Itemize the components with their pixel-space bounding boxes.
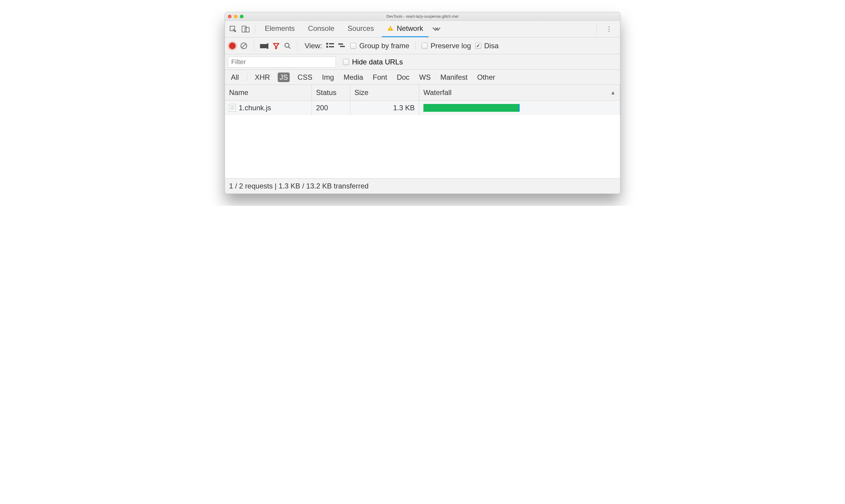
preserve-log-label: Preserve log (430, 42, 471, 50)
tab-elements[interactable]: Elements (259, 21, 300, 37)
zoom-window-icon[interactable] (240, 15, 244, 18)
svg-marker-8 (267, 43, 268, 49)
svg-rect-16 (340, 46, 345, 47)
group-by-frame-label: Group by frame (359, 42, 409, 50)
cell-name-text: 1.chunk.js (239, 104, 271, 112)
file-icon (229, 104, 236, 112)
capture-screenshots-icon[interactable] (260, 43, 268, 49)
network-toolbar: View: Group by frame Preserve log Disa (225, 37, 620, 54)
svg-rect-15 (338, 43, 343, 44)
device-toolbar-icon[interactable] (241, 24, 251, 34)
svg-rect-2 (245, 28, 249, 32)
window-title: DevTools - react-lazy-suspense.glitch.me… (225, 14, 620, 19)
inspect-element-icon[interactable] (228, 24, 238, 34)
col-waterfall[interactable]: Waterfall▲ (419, 85, 620, 101)
large-rows-icon[interactable] (326, 43, 334, 49)
svg-rect-1 (242, 26, 246, 32)
tab-console-label: Console (308, 24, 334, 33)
divider (247, 73, 247, 81)
overview-icon[interactable] (338, 43, 346, 49)
minimize-window-icon[interactable] (234, 15, 237, 18)
titlebar: DevTools - react-lazy-suspense.glitch.me… (225, 12, 620, 21)
view-label: View: (305, 42, 322, 50)
svg-rect-4 (390, 30, 391, 30)
type-js[interactable]: JS (278, 73, 290, 82)
svg-rect-13 (326, 46, 328, 48)
more-tabs-icon[interactable] (431, 24, 441, 34)
svg-rect-12 (329, 43, 334, 44)
type-img[interactable]: Img (320, 73, 336, 82)
close-window-icon[interactable] (228, 15, 231, 18)
group-by-frame-option[interactable]: Group by frame (350, 42, 409, 50)
hide-data-urls-label: Hide data URLs (352, 58, 403, 66)
cell-status[interactable]: 200 (312, 101, 350, 115)
svg-rect-11 (326, 43, 328, 44)
svg-rect-3 (390, 27, 391, 29)
cell-waterfall[interactable] (419, 101, 620, 115)
col-size[interactable]: Size (350, 85, 419, 101)
disable-cache-option[interactable]: Disa (475, 42, 499, 50)
divider (254, 41, 254, 50)
type-ws[interactable]: WS (417, 73, 433, 82)
filter-icon[interactable] (272, 42, 280, 50)
search-icon[interactable] (284, 42, 291, 50)
tab-elements-label: Elements (265, 24, 295, 33)
summary-text: 1 / 2 requests | 1.3 KB / 13.2 KB transf… (229, 182, 369, 190)
filter-input[interactable] (228, 57, 336, 68)
type-all[interactable]: All (229, 73, 241, 82)
disable-cache-label: Disa (484, 42, 499, 50)
tab-network-label: Network (397, 24, 423, 33)
requests-table: Name Status Size Waterfall▲ 1.chunk.js 2… (225, 85, 620, 179)
type-other[interactable]: Other (475, 73, 497, 82)
filter-row: Hide data URLs (225, 54, 620, 70)
panel-tabs: Elements Console Sources Network ⋮ (225, 21, 620, 37)
hide-data-urls-option[interactable]: Hide data URLs (343, 58, 403, 66)
tab-sources[interactable]: Sources (342, 21, 379, 37)
type-css[interactable]: CSS (296, 73, 314, 82)
tab-console[interactable]: Console (302, 21, 340, 37)
requests-body: 1.chunk.js 200 1.3 KB (225, 101, 620, 179)
tab-sources-label: Sources (348, 24, 374, 33)
tab-network[interactable]: Network (382, 21, 428, 37)
clear-icon[interactable] (240, 42, 248, 50)
checkbox-icon[interactable] (475, 43, 481, 49)
divider (415, 41, 416, 50)
type-filter-row: All XHR JS CSS Img Media Font Doc WS Man… (225, 70, 620, 85)
col-name[interactable]: Name (225, 85, 312, 101)
type-manifest[interactable]: Manifest (439, 73, 470, 82)
divider (596, 24, 597, 34)
type-xhr[interactable]: XHR (253, 73, 272, 82)
type-font[interactable]: Font (371, 73, 389, 82)
col-status[interactable]: Status (312, 85, 350, 101)
warning-icon (387, 25, 394, 32)
type-media[interactable]: Media (342, 73, 365, 82)
settings-menu-icon[interactable]: ⋮ (601, 25, 617, 33)
svg-rect-14 (329, 46, 334, 47)
record-button[interactable] (229, 42, 236, 49)
checkbox-icon[interactable] (350, 43, 356, 49)
preserve-log-option[interactable]: Preserve log (422, 42, 471, 50)
sort-asc-icon: ▲ (610, 90, 616, 96)
svg-line-6 (241, 43, 246, 48)
summary-bar: 1 / 2 requests | 1.3 KB / 13.2 KB transf… (225, 179, 620, 194)
divider (255, 24, 255, 34)
svg-line-10 (288, 47, 290, 49)
checkbox-icon[interactable] (343, 59, 349, 65)
cell-size[interactable]: 1.3 KB (350, 101, 419, 115)
svg-rect-7 (260, 44, 267, 48)
checkbox-icon[interactable] (422, 43, 428, 49)
svg-point-9 (285, 43, 289, 47)
devtools-window: DevTools - react-lazy-suspense.glitch.me… (225, 12, 620, 194)
waterfall-bar (423, 104, 520, 112)
type-doc[interactable]: Doc (395, 73, 411, 82)
cell-name[interactable]: 1.chunk.js (225, 101, 312, 115)
window-controls (225, 15, 244, 18)
